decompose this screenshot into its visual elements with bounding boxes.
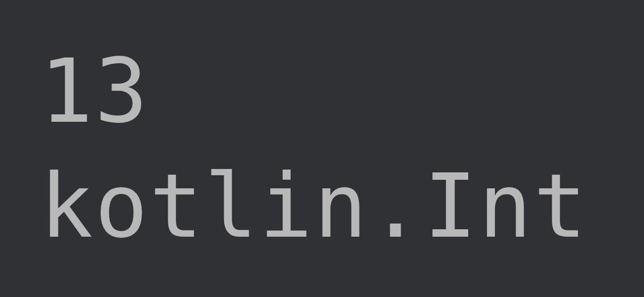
repl-output-value: 13 [40,34,604,149]
repl-output-type: kotlin.Int [40,149,604,264]
